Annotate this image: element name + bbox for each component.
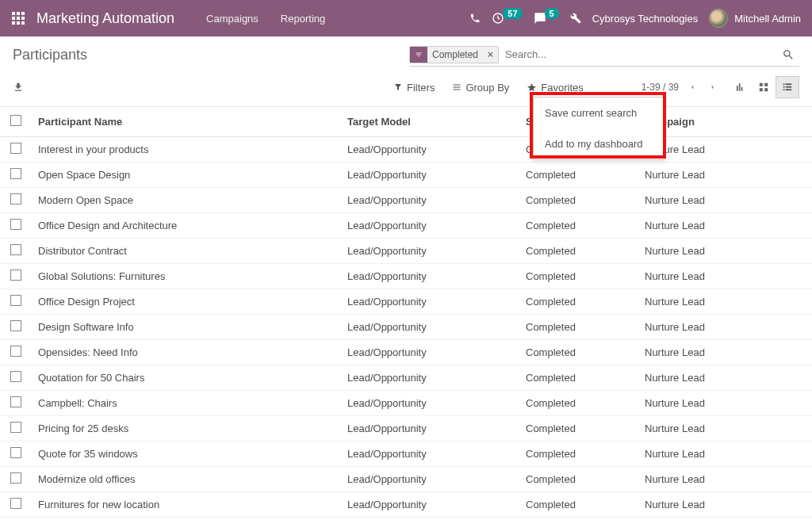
row-checkbox[interactable] — [10, 396, 21, 407]
table-row[interactable]: Office Design ProjectLead/OpportunityCom… — [0, 289, 812, 315]
user-menu[interactable]: Mitchell Admin — [709, 9, 801, 28]
app-brand[interactable]: Marketing Automation — [36, 10, 174, 27]
filters-button[interactable]: Filters — [393, 82, 435, 94]
cell-target: Lead/Opportunity — [341, 137, 519, 162]
row-checkbox[interactable] — [10, 193, 21, 205]
cell-target: Lead/Opportunity — [341, 391, 519, 416]
facet-label: Completed — [427, 49, 483, 60]
select-all-checkbox[interactable] — [10, 115, 21, 126]
svg-rect-5 — [21, 17, 25, 20]
svg-rect-4 — [17, 17, 20, 20]
svg-rect-17 — [786, 86, 792, 88]
svg-rect-11 — [764, 83, 768, 86]
row-checkbox[interactable] — [10, 447, 21, 458]
row-checkbox[interactable] — [10, 422, 21, 433]
view-list[interactable] — [776, 76, 799, 98]
table-row[interactable]: Design Software InfoLead/OpportunityComp… — [0, 315, 812, 340]
pager-next[interactable] — [706, 78, 720, 96]
table-row[interactable]: Campbell: ChairsLead/OpportunityComplete… — [0, 391, 812, 416]
company-name[interactable]: Cybrosys Technologies — [592, 13, 698, 25]
cell-target: Lead/Opportunity — [341, 365, 519, 391]
activities-icon[interactable]: 57 — [492, 12, 522, 25]
search-input[interactable] — [499, 45, 777, 63]
funnel-icon — [410, 46, 427, 63]
svg-rect-15 — [786, 83, 792, 85]
row-checkbox[interactable] — [10, 295, 21, 306]
table-row[interactable]: Furnitures for new locationLead/Opportun… — [0, 492, 812, 518]
page-title: Participants — [13, 47, 393, 63]
table-row[interactable]: Office Design and ArchitectureLead/Oppor… — [0, 213, 812, 239]
row-checkbox[interactable] — [10, 244, 21, 255]
table-row[interactable]: Open Space DesignLead/OpportunityComplet… — [0, 162, 812, 188]
cell-name: Quotation for 50 Chairs — [32, 365, 341, 391]
cell-status: Completed — [519, 391, 638, 416]
cell-name: Office Design and Architecture — [32, 213, 341, 239]
table-row[interactable]: Need a price: urgentLead/OpportunityComp… — [0, 518, 812, 520]
svg-rect-2 — [21, 12, 25, 15]
cell-status: Completed — [519, 213, 638, 239]
save-current-search[interactable]: Save current search — [534, 98, 664, 128]
view-switcher — [728, 76, 799, 98]
cell-status: Completed — [519, 492, 638, 518]
view-graph[interactable] — [728, 76, 752, 98]
cell-status: Completed — [519, 365, 638, 391]
row-checkbox[interactable] — [10, 320, 21, 331]
favorites-button[interactable]: Favorites — [527, 82, 583, 94]
search-icon[interactable] — [777, 48, 799, 61]
cell-name: Modern Open Space — [32, 188, 341, 213]
svg-rect-14 — [783, 83, 785, 85]
cell-target: Lead/Opportunity — [341, 289, 519, 315]
filter-facet: Completed × — [409, 46, 499, 63]
pager-range[interactable]: 1-39 / 39 — [642, 82, 679, 93]
groupby-button[interactable]: Group By — [452, 82, 509, 94]
svg-rect-12 — [760, 88, 763, 91]
filters-label: Filters — [407, 82, 435, 94]
col-target[interactable]: Target Model — [341, 107, 519, 137]
phone-icon[interactable] — [469, 13, 481, 24]
tools-icon[interactable] — [570, 13, 581, 24]
export-icon[interactable] — [13, 82, 393, 93]
svg-rect-16 — [783, 86, 785, 88]
svg-rect-13 — [764, 88, 768, 91]
messages-icon[interactable]: 5 — [534, 12, 559, 25]
activities-badge: 57 — [503, 8, 522, 19]
col-name[interactable]: Participant Name — [32, 107, 341, 137]
cell-campaign: Nurture Lead — [638, 416, 812, 442]
cell-name: Opensides: Need Info — [32, 340, 341, 365]
view-kanban[interactable] — [752, 76, 776, 98]
table-row[interactable]: Quote for 35 windowsLead/OpportunityComp… — [0, 442, 812, 467]
table-row[interactable]: Modern Open SpaceLead/OpportunityComplet… — [0, 188, 812, 213]
cell-target: Lead/Opportunity — [341, 188, 519, 213]
cell-status: Completed — [519, 467, 638, 492]
cell-campaign: Nurture Lead — [638, 162, 812, 188]
nav-link-reporting[interactable]: Reporting — [273, 6, 333, 31]
row-checkbox[interactable] — [10, 346, 21, 357]
row-checkbox[interactable] — [10, 219, 21, 230]
row-checkbox[interactable] — [10, 270, 21, 281]
table-row[interactable]: Global Solutions: FurnituresLead/Opportu… — [0, 264, 812, 289]
cell-campaign: Nurture Lead — [638, 391, 812, 416]
table-row[interactable]: Modernize old officesLead/OpportunityCom… — [0, 467, 812, 492]
svg-rect-1 — [17, 12, 20, 15]
table-row[interactable]: Quotation for 50 ChairsLead/OpportunityC… — [0, 365, 812, 391]
pager-prev[interactable] — [685, 78, 699, 96]
cell-name: Need a price: urgent — [32, 518, 341, 520]
table-row[interactable]: Distributor ContractLead/OpportunityComp… — [0, 239, 812, 264]
user-name: Mitchell Admin — [734, 13, 801, 25]
row-checkbox[interactable] — [10, 498, 21, 509]
apps-launcher[interactable] — [0, 0, 36, 36]
row-checkbox[interactable] — [10, 168, 21, 179]
cell-campaign: Nurture Lead — [638, 289, 812, 315]
row-checkbox[interactable] — [10, 371, 21, 382]
nav-link-campaigns[interactable]: Campaigns — [198, 6, 266, 31]
add-to-dashboard[interactable]: Add to my dashboard — [534, 128, 664, 159]
table-row[interactable]: Pricing for 25 desksLead/OpportunityComp… — [0, 416, 812, 442]
row-checkbox[interactable] — [10, 472, 21, 484]
table-row[interactable]: Opensides: Need InfoLead/OpportunityComp… — [0, 340, 812, 365]
cell-status: Completed — [519, 315, 638, 340]
cell-target: Lead/Opportunity — [341, 442, 519, 467]
cell-name: Distributor Contract — [32, 239, 341, 264]
facet-remove[interactable]: × — [483, 49, 498, 60]
table-row[interactable]: Interest in your productsLead/Opportunit… — [0, 137, 812, 162]
row-checkbox[interactable] — [10, 143, 21, 154]
